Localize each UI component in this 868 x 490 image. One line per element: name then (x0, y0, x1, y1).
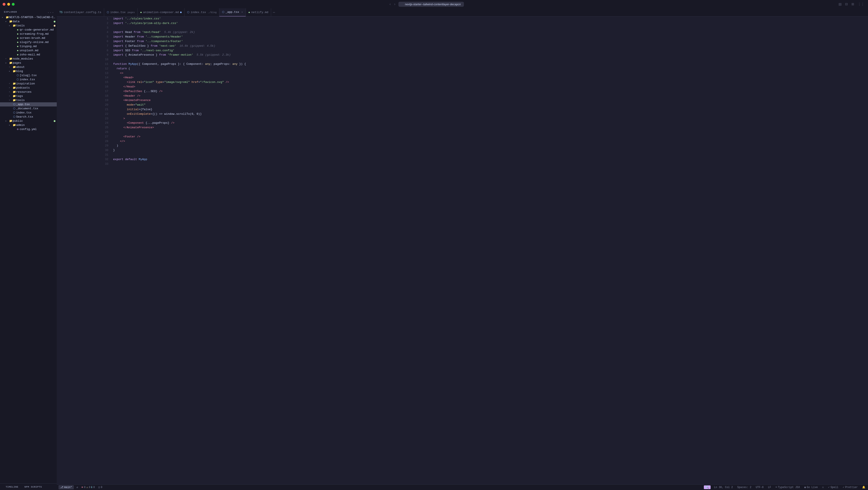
sidebar-item-resources[interactable]: › 📁 resources (0, 90, 57, 94)
sidebar-item-blog-index[interactable]: ⬡ index.tsx (0, 77, 57, 81)
line-ending[interactable]: LF (767, 486, 772, 489)
tab-animation-label: animation-composer.md (143, 11, 179, 14)
back-button[interactable]: ‹ (388, 2, 392, 6)
sidebar-toggle-button[interactable]: ▤ (837, 2, 843, 6)
sidebar-item-about[interactable]: › 📁 about (0, 65, 57, 69)
bottom-panels: TIMELINE NPM SCRIPTS (0, 484, 57, 490)
sidebar-item-document-tsx[interactable]: ⬡ _document.tsx (0, 106, 57, 110)
pages-arrow: ▾ (5, 62, 9, 64)
error-count[interactable]: ⊗ 0 ⚠ 0 ℹ 8 (81, 486, 96, 489)
layout-button-1[interactable]: ⊟ (844, 2, 849, 6)
sidebar-item-tags[interactable]: › 📁 tags (0, 94, 57, 98)
root-folder[interactable]: ▾ 📁 NEXTJS-STARTER--TAILWIND-CONTENTLAYE… (0, 15, 57, 20)
notifications-icon[interactable]: 🔔 (861, 486, 866, 489)
root-arrow: ▾ (2, 16, 5, 19)
sidebar-item-node-modules[interactable]: › 📁 node_modules (0, 57, 57, 61)
search-active-icon[interactable]: 🔍 (704, 485, 711, 489)
sidebar-item-zoho-mail[interactable]: ◆ zoho-mail.md (0, 53, 57, 57)
root-folder-label: NEXTJS-STARTER--TAILWIND-CONTENTLAYER-DE… (9, 16, 57, 19)
sidebar-item-pages[interactable]: ▾ 📁 pages (0, 61, 57, 65)
tab-close-app[interactable]: ✕ (242, 10, 243, 14)
check-icon: ✓ (828, 486, 830, 489)
code-line-25: 25 </AnimatePresence> (57, 125, 868, 130)
code-editor[interactable]: 1import '../styles/index.css'2import '..… (57, 17, 868, 484)
sidebar-more-button[interactable]: ... (48, 10, 54, 14)
code-line-6: 6import Footer from '../components/Foote… (57, 39, 868, 44)
sidebar-item-app-tsx[interactable]: ⬡ _app.tsx (0, 102, 57, 106)
code-line-18: 18 <Header /> (57, 94, 868, 98)
sidebar-item-tools-pages[interactable]: › 📁 tools (0, 98, 57, 102)
more-button[interactable]: ⋮⋮ (857, 2, 865, 6)
layout-button-2[interactable]: ⊞ (850, 2, 855, 6)
sidebar-item-search-tsx[interactable]: ⬡ Search.tsx (0, 115, 57, 119)
line-number: 11 (57, 62, 112, 67)
sidebar-item-data[interactable]: ▾ 📁 data (0, 20, 57, 24)
sync-button[interactable]: ↺ (75, 486, 79, 489)
minimize-button[interactable] (7, 3, 10, 6)
line-number: 19 (57, 98, 112, 103)
qr-icon: ◆ (16, 28, 20, 31)
sidebar-item-blog[interactable]: ▾ 📁 blog (0, 69, 57, 73)
sidebar-item-slug-tsx[interactable]: ⬡ [slug].tsx (0, 73, 57, 77)
line-number: 27 (57, 135, 112, 139)
spaces-setting[interactable]: Spaces: 2 (736, 486, 752, 489)
sf-icon: ◆ (16, 32, 20, 36)
tab-tsx-icon-1: ⬡ (107, 11, 109, 14)
forward-button[interactable]: › (393, 2, 397, 6)
doc-label: _document.tsx (16, 107, 57, 110)
sidebar-item-inspiration[interactable]: › 📁 inspiration (0, 81, 57, 86)
go-live-button[interactable]: ◉ Go Live (803, 486, 819, 489)
tags-label: tags (16, 95, 57, 98)
cursor-position[interactable]: Ln 30, Col 2 (713, 486, 734, 489)
sidebar-item-screaming-frog[interactable]: ◆ screaming-frog.md (0, 32, 57, 36)
timeline-tab[interactable]: TIMELINE (3, 484, 21, 490)
code-line-24: 24 <Component {...pageProps} /> (57, 121, 868, 125)
sidebar-item-tools[interactable]: ▾ 📁 tools (0, 24, 57, 28)
tab-contentlayer[interactable]: TS contentlayer.config.ts (57, 8, 104, 17)
sidebar-item-index-tsx[interactable]: ⬡ index.tsx (0, 110, 57, 115)
tab-index-pages[interactable]: ⬡ index.tsx pages (104, 8, 137, 17)
sidebar-item-public[interactable]: ▾ 📁 public (0, 119, 57, 123)
encoding-setting[interactable]: UTF-8 (755, 486, 765, 489)
pod-arrow: › (9, 87, 12, 89)
sidebar-item-admin[interactable]: ▾ 📁 admin (0, 123, 57, 127)
line-content: </AnimatePresence> (112, 125, 868, 130)
sidebar-item-slugify[interactable]: ◆ slugify-online.md (0, 40, 57, 44)
ports-item[interactable]: ⍚ 0 (97, 486, 103, 489)
title-bar-right: ▤ ⊟ ⊞ ⋮⋮ (837, 2, 865, 6)
sidebar-item-tinypng[interactable]: ◆ tinypng.md (0, 44, 57, 48)
sidebar-header: EXPLORER ... (0, 8, 57, 15)
tab-index-blog-label: index.tsx (191, 11, 206, 14)
tab-animation-composer[interactable]: ◆ animation-composer.md (137, 8, 184, 17)
search-input[interactable] (398, 2, 464, 7)
cfg-label: config.yml (20, 128, 57, 131)
close-button[interactable] (3, 3, 5, 6)
line-content: import Header from '../components/Header… (112, 35, 868, 39)
line-content (112, 162, 868, 166)
line-content: <Header /> (112, 94, 868, 98)
app-icon: ⬡ (12, 103, 16, 106)
spell-button[interactable]: ✓ Spell (827, 486, 839, 489)
tab-app-tsx[interactable]: ⬡ _app.tsx ✕ (219, 8, 246, 17)
sidebar-item-qr-code[interactable]: ◆ qr-code-generator.md (0, 28, 57, 32)
code-line-3: 3 (57, 26, 868, 30)
code-table: 1import '../styles/index.css'2import '..… (57, 17, 868, 166)
tp2-icon: 📁 (12, 99, 16, 102)
data-dot (54, 21, 56, 23)
sb-icon: ◆ (16, 36, 20, 40)
adm-arrow: ▾ (9, 124, 12, 127)
sidebar-item-screen-brush[interactable]: ◆ screen-brush.md (0, 36, 57, 40)
sidebar-item-podcasts[interactable]: › 📁 podcasts (0, 86, 57, 90)
language-mode[interactable]: ⌨ TypeScript JSX (775, 486, 801, 489)
tab-more-button[interactable]: ⋯ (271, 10, 277, 14)
sidebar-item-config-yml[interactable]: ⚙ config.yml (0, 127, 57, 131)
sidebar-item-unsplash[interactable]: ◆ unsplash.md (0, 48, 57, 53)
tab-tsx-icon-2: ⬡ (187, 11, 189, 14)
git-branch[interactable]: ⎇ main* (59, 485, 74, 489)
npm-scripts-tab[interactable]: NPM SCRIPTS (21, 484, 45, 490)
prettier-button[interactable]: ✓ Prettier (842, 486, 859, 489)
maximize-button[interactable] (12, 3, 14, 6)
tab-netlify[interactable]: ◆ netlify.md (246, 8, 271, 17)
line-content (112, 57, 868, 62)
tab-index-blog[interactable]: ⬡ index.tsx …/blog (184, 8, 219, 17)
